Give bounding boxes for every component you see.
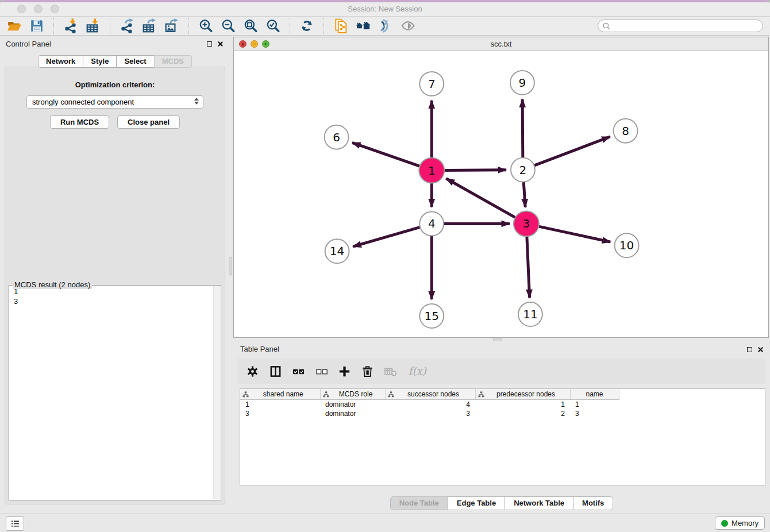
close-panel-icon[interactable]: [217, 41, 224, 47]
table-row[interactable]: 3dominator323: [240, 409, 619, 418]
task-history-button[interactable]: [6, 516, 24, 531]
doc-network-icon[interactable]: [333, 18, 348, 33]
result-scrollbar[interactable]: [213, 286, 220, 499]
toolbar-icon-group: [7, 18, 415, 34]
edge-2-9[interactable]: [522, 99, 523, 158]
zoom-fit-icon[interactable]: [243, 18, 258, 33]
table-panel: Table Panel f(x) shared nameMCDS rolesuc…: [233, 342, 770, 514]
network-graph[interactable]: 7968124314101511: [234, 51, 768, 337]
search-input[interactable]: [613, 21, 759, 31]
deselect-all-icon[interactable]: [315, 365, 328, 378]
tab-network-table[interactable]: Network Table: [505, 496, 573, 510]
tab-network[interactable]: Network: [38, 55, 83, 68]
edge-1-6[interactable]: [352, 142, 421, 166]
export-network-icon[interactable]: [120, 18, 134, 33]
columns-icon[interactable]: [269, 365, 282, 378]
close-panel-button[interactable]: Close panel: [117, 115, 180, 129]
node-15[interactable]: 15: [419, 304, 444, 328]
mcds-result-item[interactable]: 1: [10, 287, 213, 296]
node-table: shared nameMCDS rolesuccessor nodesprede…: [240, 388, 765, 485]
node-label-8: 8: [622, 124, 629, 138]
table-cell[interactable]: 3: [240, 409, 320, 418]
node-9[interactable]: 9: [510, 71, 534, 95]
table-cell[interactable]: 1: [240, 400, 320, 410]
mcds-result-list[interactable]: 13: [10, 287, 213, 499]
add-icon[interactable]: [338, 365, 351, 378]
column-header-successor-nodes[interactable]: successor nodes: [385, 389, 475, 400]
zoom-out-icon[interactable]: [221, 18, 236, 33]
optimization-criterion-label: Optimization criterion:: [5, 80, 225, 89]
edge-2-3[interactable]: [523, 182, 525, 207]
column-header-MCDS-role[interactable]: MCDS role: [320, 389, 385, 400]
network-window-titlebar[interactable]: x – + scc.txt: [234, 37, 768, 51]
table-row[interactable]: 1dominator411: [240, 400, 619, 410]
close-table-panel-icon[interactable]: [757, 346, 764, 353]
node-2[interactable]: 2: [511, 158, 535, 182]
horizontal-split-handle[interactable]: [493, 338, 502, 341]
zoom-selected-icon[interactable]: [265, 18, 280, 33]
node-3[interactable]: 3: [514, 211, 539, 236]
network-close-button[interactable]: x: [239, 40, 247, 48]
mcds-result-box: MCDS result (2 nodes) 13: [9, 285, 221, 500]
float-panel-icon[interactable]: [207, 41, 212, 47]
select-all-icon[interactable]: [292, 365, 305, 378]
trash-icon[interactable]: [361, 365, 374, 378]
node-11[interactable]: 11: [518, 302, 542, 326]
optimization-select[interactable]: strongly connected component: [26, 95, 203, 109]
export-image-icon[interactable]: [164, 18, 179, 33]
float-table-panel-icon[interactable]: [747, 347, 752, 352]
open-folder-icon[interactable]: [7, 18, 22, 33]
table-cell[interactable]: dominator: [320, 409, 385, 418]
run-mcds-button[interactable]: Run MCDS: [50, 115, 109, 129]
edge-3-1[interactable]: [446, 179, 515, 218]
node-4[interactable]: 4: [419, 211, 444, 236]
export-table-icon[interactable]: [142, 18, 157, 33]
node-1[interactable]: 1: [419, 158, 444, 183]
node-label-14: 14: [330, 244, 344, 258]
node-7[interactable]: 7: [419, 72, 444, 96]
homes-icon[interactable]: [356, 18, 371, 33]
edge-2-8[interactable]: [534, 137, 610, 165]
network-minimize-button[interactable]: –: [251, 40, 258, 48]
node-label-10: 10: [619, 238, 634, 252]
save-icon[interactable]: [29, 18, 44, 33]
table-cell[interactable]: 3: [385, 409, 475, 418]
tab-mcds[interactable]: MCDS: [154, 55, 192, 68]
network-canvas[interactable]: 7968124314101511: [234, 51, 768, 337]
node-10[interactable]: 10: [615, 233, 639, 257]
hide-neighbors-icon[interactable]: [378, 18, 393, 33]
search-field[interactable]: [598, 20, 763, 32]
edge-3-11[interactable]: [527, 236, 530, 298]
tab-node-table[interactable]: Node Table: [390, 496, 448, 510]
network-maximize-button[interactable]: +: [262, 40, 270, 48]
refresh-icon[interactable]: [299, 18, 314, 33]
table-cell[interactable]: 1: [570, 400, 619, 410]
edge-1-2[interactable]: [444, 170, 506, 171]
table-tabs: Node TableEdge TableNetwork TableMotifs: [233, 496, 770, 510]
tab-select[interactable]: Select: [116, 55, 154, 68]
column-header-predecessor-nodes[interactable]: predecessor nodes: [475, 389, 570, 400]
node-8[interactable]: 8: [614, 119, 638, 143]
import-table-icon[interactable]: [86, 18, 101, 33]
tab-style[interactable]: Style: [83, 55, 117, 68]
column-header-name[interactable]: name: [570, 389, 619, 400]
tab-motifs[interactable]: Motifs: [573, 496, 613, 510]
memory-button[interactable]: Memory: [715, 516, 765, 530]
network-window-title: scc.txt: [234, 37, 768, 51]
table-cell[interactable]: 1: [475, 400, 570, 410]
vertical-split-handle[interactable]: [229, 257, 232, 275]
table-cell[interactable]: 3: [570, 409, 619, 418]
node-14[interactable]: 14: [325, 239, 349, 263]
table-cell[interactable]: dominator: [320, 400, 385, 410]
mcds-result-item[interactable]: 3: [10, 296, 213, 306]
node-6[interactable]: 6: [325, 125, 349, 149]
table-cell[interactable]: 4: [385, 400, 475, 410]
zoom-in-icon[interactable]: [198, 18, 213, 33]
edge-4-14[interactable]: [353, 227, 420, 246]
table-cell[interactable]: 2: [475, 409, 570, 418]
tab-edge-table[interactable]: Edge Table: [448, 496, 505, 510]
edge-3-10[interactable]: [538, 226, 610, 242]
gear-icon[interactable]: [246, 365, 259, 378]
import-network-icon[interactable]: [63, 18, 78, 33]
column-header-shared-name[interactable]: shared name: [240, 389, 320, 400]
